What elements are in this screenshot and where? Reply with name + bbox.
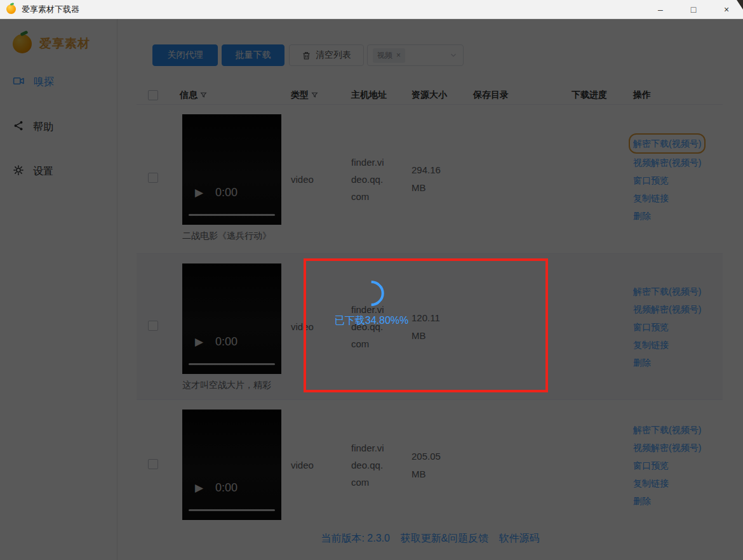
- window-controls: – □ ×: [644, 0, 743, 18]
- close-button[interactable]: ×: [710, 0, 743, 18]
- titlebar: 爱享素材下载器 – □ ×: [0, 0, 743, 19]
- minimize-button[interactable]: –: [644, 0, 677, 18]
- app-logo-icon: [6, 4, 16, 14]
- window-title: 爱享素材下载器: [22, 4, 79, 15]
- maximize-button[interactable]: □: [677, 0, 710, 18]
- annotation-rectangle: [304, 258, 548, 392]
